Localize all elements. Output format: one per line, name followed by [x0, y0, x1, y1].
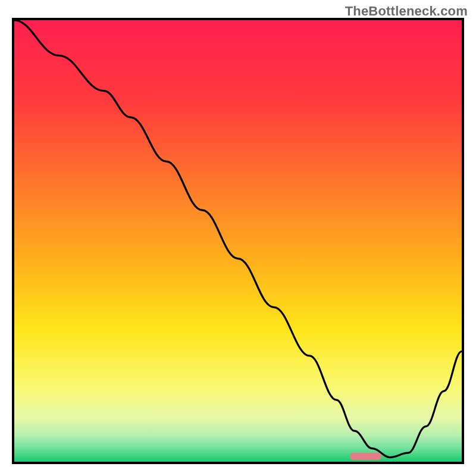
chart-frame: TheBottleneck.com	[0, 0, 476, 476]
optimal-range-marker	[350, 453, 381, 460]
plot-area	[12, 18, 464, 464]
bottleneck-curve-path	[14, 20, 462, 458]
curve-overlay	[14, 20, 462, 462]
watermark-text: TheBottleneck.com	[345, 4, 468, 19]
